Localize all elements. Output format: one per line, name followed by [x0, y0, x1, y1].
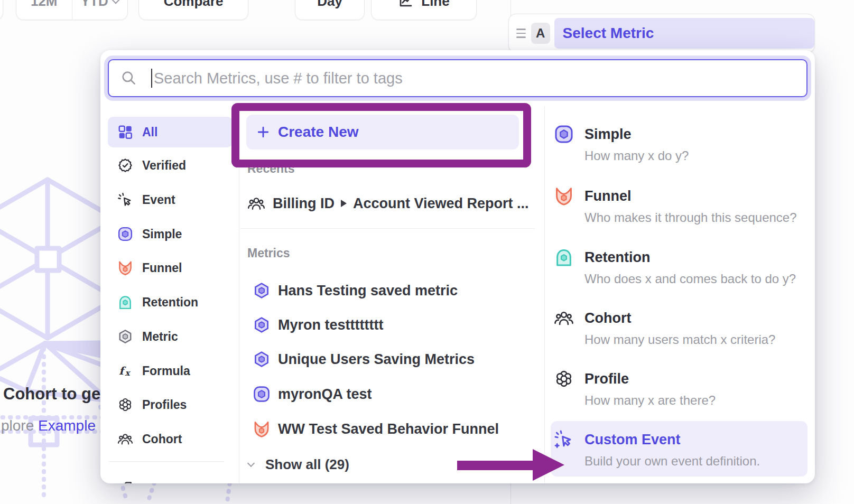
metric-selector-modal: Search Metrics, use # to filter to tags …	[100, 50, 815, 483]
chevron-down-icon	[111, 0, 120, 4]
sidebar-item-cohort[interactable]: Cohort	[108, 424, 233, 454]
sidebar-item-formula[interactable]: Formula	[108, 356, 233, 386]
sidebar-item-label: All	[142, 125, 157, 139]
metric-name: WW Test Saved Behavior Funnel	[278, 421, 499, 437]
event-cursor-icon	[117, 192, 133, 208]
sidebar-item-label: Funnel	[142, 261, 182, 275]
date-range-segment: 12M YTD	[16, 0, 128, 20]
interval-day-label: Day	[317, 0, 342, 10]
saved-metric-hexagon-icon	[253, 350, 271, 368]
interval-day-button[interactable]: Day	[295, 0, 365, 20]
canvas-headline-fragment: Cohort to ge	[3, 385, 100, 404]
search-icon	[120, 70, 137, 87]
columns-divider	[544, 106, 545, 483]
sidebar-item-label: Simple	[142, 227, 182, 241]
cohort-icon	[554, 308, 574, 328]
formula-icon	[117, 363, 133, 379]
metric-list-item[interactable]: WW Test Saved Behavior Funnel	[253, 417, 499, 441]
metrics-section-label: Metrics	[247, 246, 290, 260]
type-description: Who does x and comes back to do y?	[584, 268, 802, 290]
metric-list-item[interactable]: Myron testttttttt	[253, 313, 383, 337]
sidebar-item-retention[interactable]: Retention	[108, 287, 233, 318]
explore-text-fragment: plore	[1, 417, 38, 434]
metric-hexagon-icon	[117, 329, 133, 344]
toolbar-edge-button[interactable]	[0, 0, 3, 20]
grid-icon	[117, 124, 133, 140]
sidebar-item-tags-clipped[interactable]: Tags	[108, 473, 233, 483]
type-title: Retention	[584, 246, 802, 268]
sidebar-item-label: Cohort	[142, 432, 182, 446]
sidebar-item-verified[interactable]: Verified	[108, 150, 233, 181]
cohort-icon	[247, 194, 265, 212]
verified-badge-icon	[117, 157, 133, 173]
compare-button[interactable]: Compare	[138, 0, 248, 20]
text-cursor	[151, 69, 152, 88]
chart-type-line-label: Line	[421, 0, 449, 10]
funnel-icon	[117, 260, 133, 276]
type-option-profile[interactable]: Profile How many x are there?	[554, 368, 802, 411]
range-ytd-button[interactable]: YTD	[72, 0, 128, 20]
retention-icon	[554, 247, 574, 267]
type-option-funnel[interactable]: Funnel Who makes it through this sequenc…	[554, 185, 802, 228]
breadcrumb-arrow-icon	[341, 200, 347, 207]
recents-section-label: Recents	[247, 162, 294, 176]
sidebar-item-simple[interactable]: Simple	[108, 219, 233, 249]
sidebar-item-label: Verified	[142, 158, 186, 173]
sidebar-divider	[239, 106, 239, 483]
sidebar-item-funnel[interactable]: Funnel	[108, 253, 233, 283]
sidebar-item-label: Metric	[142, 330, 178, 344]
metric-query-row: A Select Metric	[508, 14, 815, 53]
type-description: How many x are there?	[584, 390, 802, 411]
chart-type-line-button[interactable]: Line	[371, 0, 477, 20]
cohort-icon	[117, 431, 133, 447]
metric-name: myronQA test	[278, 386, 372, 403]
metric-name: Hans Testing saved metric	[278, 283, 458, 299]
saved-metric-hexagon-icon	[253, 316, 271, 334]
sidebar-item-metric[interactable]: Metric	[108, 321, 233, 352]
type-title: Cohort	[584, 307, 802, 329]
metric-list-item[interactable]: Unique Users Saving Metrics	[253, 348, 475, 371]
tag-icon	[117, 480, 133, 483]
funnel-icon	[253, 420, 271, 438]
sidebar-item-label: Tags	[142, 481, 170, 484]
type-description: How many users match x criteria?	[584, 329, 802, 350]
type-option-retention[interactable]: Retention Who does x and comes back to d…	[554, 246, 802, 290]
type-option-custom-event[interactable]: Custom Event Build your own event defini…	[554, 428, 802, 472]
range-12m-button[interactable]: 12M	[16, 0, 72, 20]
simple-metric-icon	[554, 124, 574, 144]
sidebar-item-all[interactable]: All	[108, 117, 233, 147]
simple-metric-icon	[117, 226, 133, 242]
search-placeholder: Search Metrics, use # to filter to tags	[154, 70, 403, 87]
sidebar-item-profiles[interactable]: Profiles	[108, 389, 233, 420]
plus-icon	[256, 125, 271, 139]
search-input[interactable]: Search Metrics, use # to filter to tags	[108, 59, 807, 97]
show-all-label: Show all (29)	[265, 456, 349, 473]
saved-metric-hexagon-icon	[253, 282, 271, 300]
type-option-simple[interactable]: Simple How many x do y?	[554, 123, 802, 166]
create-new-button[interactable]: Create New	[246, 115, 519, 150]
recent-item-cohort-name: Billing ID	[273, 195, 335, 212]
type-description: How many x do y?	[584, 145, 802, 166]
show-all-button[interactable]: Show all (29)	[248, 453, 349, 476]
type-title: Simple	[584, 123, 802, 145]
type-description: Build your own event definition.	[584, 451, 802, 472]
sidebar-item-label: Formula	[142, 364, 190, 378]
compare-label: Compare	[164, 0, 224, 10]
metric-list-item[interactable]: Hans Testing saved metric	[253, 279, 458, 302]
recent-item[interactable]: Billing ID Account Viewed Report ...	[247, 192, 529, 215]
sidebar-item-event[interactable]: Event	[108, 184, 233, 215]
profiles-icon	[117, 397, 133, 413]
drag-handle-icon[interactable]	[516, 29, 526, 38]
range-ytd-label: YTD	[81, 0, 108, 10]
sidebar-item-label: Event	[142, 193, 175, 207]
sidebar-item-label: Retention	[142, 295, 198, 310]
select-metric-pill[interactable]: Select Metric	[554, 18, 814, 49]
type-title: Funnel	[584, 185, 802, 207]
range-12m-label: 12M	[31, 0, 58, 10]
app-canvas: Cohort to ge plore Example Re 12M YTD Co…	[0, 0, 854, 504]
metric-list-item[interactable]: myronQA test	[253, 382, 372, 406]
series-a-badge: A	[531, 23, 550, 44]
type-option-cohort[interactable]: Cohort How many users match x criteria?	[554, 307, 802, 350]
profiles-icon	[554, 369, 574, 389]
sidebar-item-label: Profiles	[142, 398, 187, 412]
